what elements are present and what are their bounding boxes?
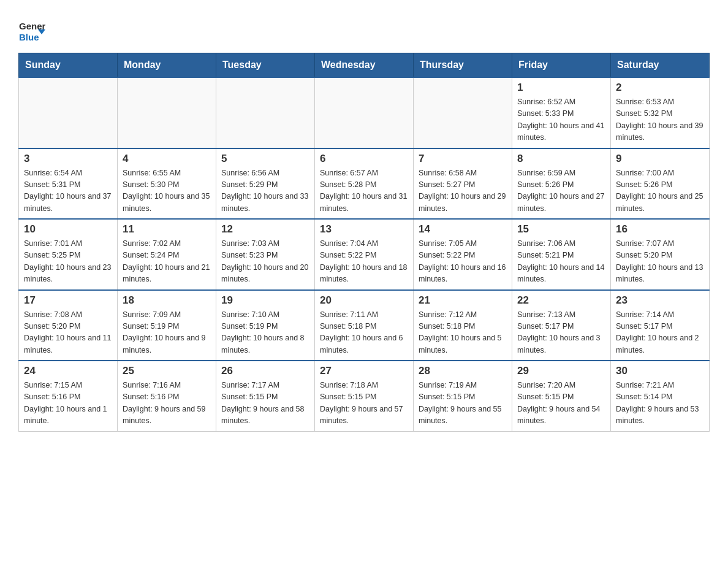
day-number: 12 (221, 223, 309, 236)
calendar-header-wednesday: Wednesday (315, 53, 414, 78)
svg-text:Blue: Blue (19, 32, 39, 42)
calendar-header-saturday: Saturday (611, 53, 710, 78)
calendar-cell (19, 77, 118, 148)
calendar-cell: 6Sunrise: 6:57 AM Sunset: 5:28 PM Daylig… (315, 148, 414, 220)
logo-svg-container: General Blue (18, 18, 45, 45)
day-number: 1 (517, 82, 605, 94)
day-number: 5 (221, 153, 309, 165)
calendar-cell: 14Sunrise: 7:05 AM Sunset: 5:22 PM Dayli… (414, 219, 512, 290)
calendar-cell (315, 77, 414, 148)
sun-info: Sunrise: 7:19 AM Sunset: 5:15 PM Dayligh… (419, 380, 507, 427)
day-number: 19 (221, 294, 309, 307)
calendar-cell: 21Sunrise: 7:12 AM Sunset: 5:18 PM Dayli… (414, 290, 512, 361)
calendar-week-row: 17Sunrise: 7:08 AM Sunset: 5:20 PM Dayli… (19, 290, 710, 361)
calendar-cell: 11Sunrise: 7:02 AM Sunset: 5:24 PM Dayli… (118, 219, 216, 290)
sun-info: Sunrise: 7:02 AM Sunset: 5:24 PM Dayligh… (123, 238, 211, 286)
day-number: 13 (320, 223, 408, 236)
calendar-week-row: 10Sunrise: 7:01 AM Sunset: 5:25 PM Dayli… (19, 219, 710, 290)
sun-info: Sunrise: 6:53 AM Sunset: 5:32 PM Dayligh… (616, 96, 704, 144)
sun-info: Sunrise: 7:08 AM Sunset: 5:20 PM Dayligh… (24, 309, 112, 357)
calendar-cell: 30Sunrise: 7:21 AM Sunset: 5:14 PM Dayli… (611, 361, 710, 431)
calendar-cell: 9Sunrise: 7:00 AM Sunset: 5:26 PM Daylig… (611, 148, 710, 220)
sun-info: Sunrise: 7:17 AM Sunset: 5:15 PM Dayligh… (221, 380, 309, 427)
calendar-cell: 12Sunrise: 7:03 AM Sunset: 5:23 PM Dayli… (216, 219, 315, 290)
calendar-cell: 29Sunrise: 7:20 AM Sunset: 5:15 PM Dayli… (512, 361, 611, 431)
calendar-cell: 27Sunrise: 7:18 AM Sunset: 5:15 PM Dayli… (315, 361, 414, 431)
day-number: 6 (320, 153, 408, 165)
day-number: 29 (517, 365, 605, 377)
calendar-header-sunday: Sunday (19, 53, 118, 78)
sun-info: Sunrise: 6:55 AM Sunset: 5:30 PM Dayligh… (123, 167, 211, 215)
logo: General Blue (18, 18, 45, 45)
day-number: 14 (419, 223, 507, 236)
sun-info: Sunrise: 7:11 AM Sunset: 5:18 PM Dayligh… (320, 309, 408, 357)
calendar-cell: 3Sunrise: 6:54 AM Sunset: 5:31 PM Daylig… (19, 148, 118, 220)
calendar-cell (216, 77, 315, 148)
calendar-cell: 17Sunrise: 7:08 AM Sunset: 5:20 PM Dayli… (19, 290, 118, 361)
calendar-header-monday: Monday (118, 53, 216, 78)
sun-info: Sunrise: 7:16 AM Sunset: 5:16 PM Dayligh… (123, 380, 211, 427)
calendar-header-thursday: Thursday (414, 53, 512, 78)
day-number: 4 (123, 153, 211, 165)
calendar-cell: 8Sunrise: 6:59 AM Sunset: 5:26 PM Daylig… (512, 148, 611, 220)
day-number: 24 (24, 365, 112, 377)
day-number: 7 (419, 153, 507, 165)
day-number: 21 (419, 294, 507, 307)
calendar-cell: 13Sunrise: 7:04 AM Sunset: 5:22 PM Dayli… (315, 219, 414, 290)
day-number: 25 (123, 365, 211, 377)
day-number: 3 (24, 153, 112, 165)
calendar-cell: 7Sunrise: 6:58 AM Sunset: 5:27 PM Daylig… (414, 148, 512, 220)
day-number: 23 (616, 294, 704, 307)
sun-info: Sunrise: 7:15 AM Sunset: 5:16 PM Dayligh… (24, 380, 112, 427)
calendar-cell: 4Sunrise: 6:55 AM Sunset: 5:30 PM Daylig… (118, 148, 216, 220)
sun-info: Sunrise: 6:58 AM Sunset: 5:27 PM Dayligh… (419, 167, 507, 215)
sun-info: Sunrise: 6:59 AM Sunset: 5:26 PM Dayligh… (517, 167, 605, 215)
day-number: 10 (24, 223, 112, 236)
calendar-header-friday: Friday (512, 53, 611, 78)
svg-marker-1 (38, 29, 45, 34)
calendar-cell: 20Sunrise: 7:11 AM Sunset: 5:18 PM Dayli… (315, 290, 414, 361)
day-number: 26 (221, 365, 309, 377)
sun-info: Sunrise: 7:00 AM Sunset: 5:26 PM Dayligh… (616, 167, 704, 215)
sun-info: Sunrise: 6:52 AM Sunset: 5:33 PM Dayligh… (517, 96, 605, 144)
calendar-cell: 23Sunrise: 7:14 AM Sunset: 5:17 PM Dayli… (611, 290, 710, 361)
calendar-cell: 26Sunrise: 7:17 AM Sunset: 5:15 PM Dayli… (216, 361, 315, 431)
sun-info: Sunrise: 7:05 AM Sunset: 5:22 PM Dayligh… (419, 238, 507, 286)
calendar-cell (414, 77, 512, 148)
day-number: 22 (517, 294, 605, 307)
sun-info: Sunrise: 6:54 AM Sunset: 5:31 PM Dayligh… (24, 167, 112, 215)
calendar-cell: 5Sunrise: 6:56 AM Sunset: 5:29 PM Daylig… (216, 148, 315, 220)
day-number: 18 (123, 294, 211, 307)
page-header: General Blue (18, 12, 710, 45)
calendar-cell: 15Sunrise: 7:06 AM Sunset: 5:21 PM Dayli… (512, 219, 611, 290)
calendar-header-row: SundayMondayTuesdayWednesdayThursdayFrid… (19, 53, 710, 78)
day-number: 9 (616, 153, 704, 165)
calendar-table: SundayMondayTuesdayWednesdayThursdayFrid… (18, 53, 710, 432)
day-number: 15 (517, 223, 605, 236)
sun-info: Sunrise: 7:06 AM Sunset: 5:21 PM Dayligh… (517, 238, 605, 286)
calendar-week-row: 1Sunrise: 6:52 AM Sunset: 5:33 PM Daylig… (19, 77, 710, 148)
sun-info: Sunrise: 7:01 AM Sunset: 5:25 PM Dayligh… (24, 238, 112, 286)
sun-info: Sunrise: 7:18 AM Sunset: 5:15 PM Dayligh… (320, 380, 408, 427)
sun-info: Sunrise: 7:12 AM Sunset: 5:18 PM Dayligh… (419, 309, 507, 357)
sun-info: Sunrise: 6:57 AM Sunset: 5:28 PM Dayligh… (320, 167, 408, 215)
calendar-cell: 19Sunrise: 7:10 AM Sunset: 5:19 PM Dayli… (216, 290, 315, 361)
calendar-week-row: 3Sunrise: 6:54 AM Sunset: 5:31 PM Daylig… (19, 148, 710, 220)
calendar-cell: 16Sunrise: 7:07 AM Sunset: 5:20 PM Dayli… (611, 219, 710, 290)
calendar-cell: 22Sunrise: 7:13 AM Sunset: 5:17 PM Dayli… (512, 290, 611, 361)
sun-info: Sunrise: 7:13 AM Sunset: 5:17 PM Dayligh… (517, 309, 605, 357)
sun-info: Sunrise: 7:10 AM Sunset: 5:19 PM Dayligh… (221, 309, 309, 357)
calendar-cell: 25Sunrise: 7:16 AM Sunset: 5:16 PM Dayli… (118, 361, 216, 431)
logo-icon: General Blue (18, 18, 45, 45)
calendar-header-tuesday: Tuesday (216, 53, 315, 78)
day-number: 27 (320, 365, 408, 377)
sun-info: Sunrise: 7:09 AM Sunset: 5:19 PM Dayligh… (123, 309, 211, 357)
sun-info: Sunrise: 7:14 AM Sunset: 5:17 PM Dayligh… (616, 309, 704, 357)
calendar-cell: 18Sunrise: 7:09 AM Sunset: 5:19 PM Dayli… (118, 290, 216, 361)
day-number: 8 (517, 153, 605, 165)
sun-info: Sunrise: 7:20 AM Sunset: 5:15 PM Dayligh… (517, 380, 605, 427)
calendar-cell (118, 77, 216, 148)
day-number: 11 (123, 223, 211, 236)
sun-info: Sunrise: 7:04 AM Sunset: 5:22 PM Dayligh… (320, 238, 408, 286)
sun-info: Sunrise: 7:21 AM Sunset: 5:14 PM Dayligh… (616, 380, 704, 427)
